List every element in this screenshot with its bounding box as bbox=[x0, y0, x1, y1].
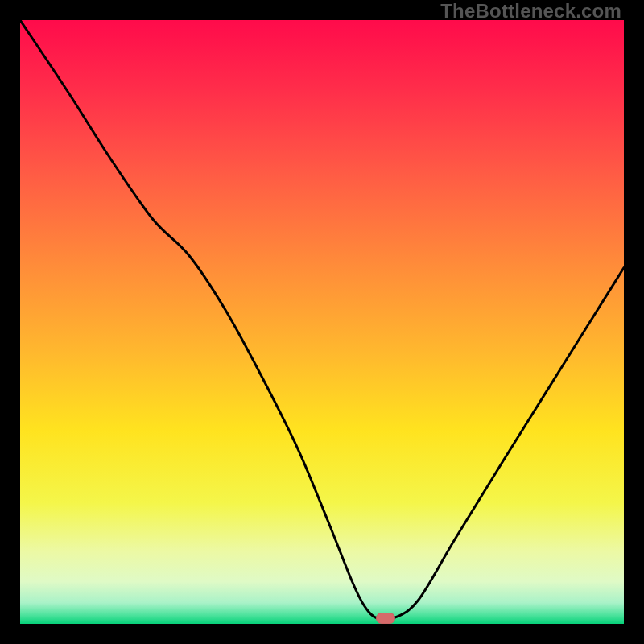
plot-area bbox=[20, 20, 624, 624]
watermark-text: TheBottleneck.com bbox=[440, 0, 621, 23]
bottleneck-curve bbox=[20, 20, 624, 624]
optimum-marker bbox=[376, 613, 395, 624]
chart-frame: TheBottleneck.com bbox=[0, 0, 644, 644]
